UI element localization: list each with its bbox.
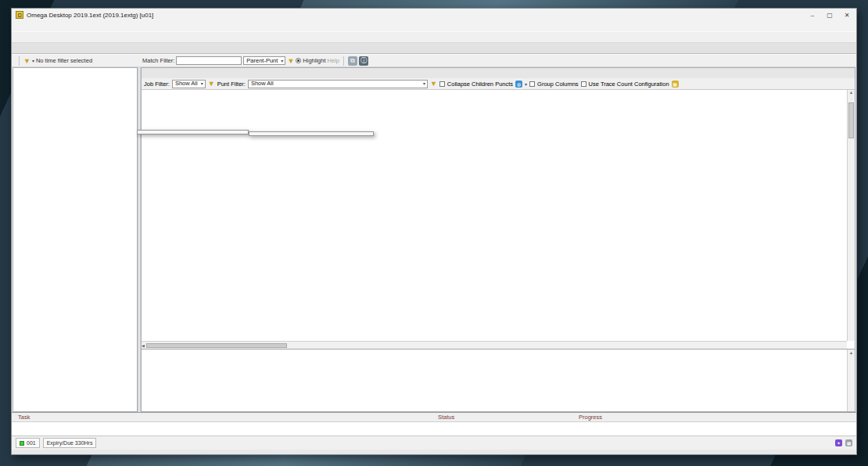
punt-filter-value: Show All [251, 80, 274, 88]
open-with-submenu [249, 131, 374, 136]
window-layout-icon[interactable]: ⧉ [348, 56, 357, 66]
collapse-children-label: Collapse Children Puncts [447, 81, 513, 88]
status-column-header: Status [438, 413, 454, 421]
title-bar: Ω Omega Desktop 2019.1ext (2019.1extg) [… [12, 9, 856, 21]
help-label: Help [327, 57, 339, 64]
expiry-text: Expiry/Due 330Hrs [47, 440, 93, 446]
context-menu [137, 130, 249, 134]
filter-status-text: No time filter selected [36, 57, 92, 64]
expiry-indicator: Expiry/Due 330Hrs [43, 438, 97, 448]
close-button[interactable]: ✕ [841, 12, 852, 19]
session-id: 001 [27, 440, 36, 446]
project-tree-panel [13, 67, 138, 412]
table-config-icon[interactable]: ▦ [672, 81, 679, 88]
progress-column-header: Progress [579, 413, 602, 421]
session-indicator: 001 [16, 438, 40, 448]
table-horizontal-scrollbar[interactable]: ◀ [142, 341, 847, 349]
filter-funnel-icon[interactable]: ▼ [23, 57, 30, 65]
minimize-button[interactable]: – [807, 12, 818, 19]
punt-filter-select[interactable]: Show All ▾ [248, 80, 428, 88]
highlight-radio[interactable] [296, 58, 301, 63]
group-columns-label: Group Columns [537, 81, 579, 88]
qc-vertical-scrollbar[interactable]: ▲ [847, 350, 855, 411]
view-tabs [12, 43, 856, 54]
stage-jobs-main-panel: Job Filter: Show All ▾ ▼ Punt Filter: Sh… [141, 67, 855, 412]
status-bar: 001 Expiry/Due 330Hrs ✦ ▦ [12, 436, 856, 450]
qc-status-panel: ▲ [142, 349, 855, 411]
qc-globe-caret-icon[interactable]: ▾ [525, 81, 527, 87]
toolbar-separator-2 [343, 56, 344, 66]
job-filter-value: Show All [175, 80, 198, 88]
highlight-label: Highlight [303, 57, 325, 64]
jobs-table-region: ▲ ◀ [142, 90, 855, 349]
menu-bar [12, 21, 856, 31]
app-window: Ω Omega Desktop 2019.1ext (2019.1extg) [… [11, 8, 857, 455]
jobs-table [142, 90, 847, 341]
match-scope-value: Parent-Punt [246, 57, 278, 65]
punt-filter-funnel-icon[interactable]: ▼ [430, 80, 437, 88]
window-title: Omega Desktop 2019.1ext (2019.1extg) [u0… [27, 12, 153, 19]
chevron-down-icon: ▾ [423, 80, 425, 88]
job-filter-label: Job Filter: [144, 81, 170, 88]
job-filter-bar: Job Filter: Show All ▾ ▼ Punt Filter: Sh… [142, 78, 855, 90]
match-filter-label: Match Filter: [142, 57, 174, 64]
job-filter-funnel-icon[interactable]: ▼ [208, 80, 215, 88]
maximize-button[interactable]: ▢ [824, 12, 835, 19]
trace-count-checkbox[interactable] [581, 81, 586, 87]
desktop-background: Ω Omega Desktop 2019.1ext (2019.1extg) [… [0, 0, 868, 466]
task-column-header: Task [18, 413, 30, 421]
content-area: Job Filter: Show All ▾ ▼ Punt Filter: Sh… [12, 67, 856, 412]
scrollbar-thumb[interactable] [146, 343, 287, 348]
document-tabs [142, 68, 855, 78]
group-columns-checkbox[interactable] [529, 81, 535, 87]
match-scope-select[interactable]: Parent-Punt ▾ [243, 56, 285, 65]
info-icon[interactable]: ⓘ [359, 56, 368, 66]
job-filter-select[interactable]: Show All ▾ [172, 80, 206, 88]
punt-filter-label: Punt Filter: [217, 81, 246, 88]
qc-globe-icon[interactable]: ◍ [515, 81, 522, 88]
trace-count-label: Use Trace Count Configuration [589, 81, 669, 88]
grip-icon[interactable]: ▦ [845, 439, 852, 446]
toolbar-separator [19, 56, 20, 66]
quick-toolbar [12, 31, 856, 43]
task-panel-header: Task Status Progress [12, 413, 856, 422]
main-toolbar: ▼ ▾ No time filter selected Match Filter… [12, 54, 856, 67]
match-funnel-icon[interactable]: ▼ [287, 57, 294, 65]
collapse-children-checkbox[interactable] [439, 81, 445, 87]
session-led-icon [20, 441, 24, 446]
window-controls: – ▢ ✕ [807, 12, 852, 19]
filter-caret-icon[interactable]: ▾ [32, 58, 34, 63]
task-panel: Task Status Progress [12, 412, 856, 436]
chevron-down-icon: ▾ [281, 57, 283, 65]
chevron-down-icon: ▾ [201, 80, 203, 88]
table-vertical-scrollbar[interactable]: ▲ [847, 90, 855, 341]
navigate-icon[interactable]: ✦ [835, 439, 842, 446]
scrollbar-thumb[interactable] [848, 102, 854, 138]
match-filter-input[interactable] [176, 56, 242, 65]
omega-app-icon: Ω [16, 11, 23, 19]
window-bottom-edge [12, 450, 856, 454]
